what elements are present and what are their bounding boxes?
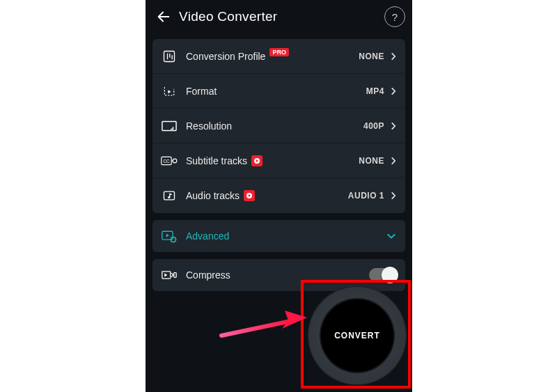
convert-button-container: CONVERT — [308, 286, 407, 385]
settings-list: Conversion Profile PRO NONE Format MP4 — [152, 39, 405, 213]
svg-point-14 — [168, 196, 170, 198]
pro-badge: PRO — [269, 48, 289, 56]
svg-rect-6 — [162, 121, 176, 130]
chevron-down-icon — [386, 230, 397, 242]
row-audio-tracks[interactable]: Audio tracks AUDIO 1 — [152, 178, 405, 213]
svg-text:CC: CC — [163, 159, 170, 164]
row-label: Compress — [186, 269, 369, 281]
svg-point-9 — [173, 159, 177, 163]
row-label: Subtitle tracks — [186, 155, 359, 166]
row-label: Audio tracks — [186, 190, 348, 201]
svg-marker-21 — [164, 273, 167, 276]
row-label: Resolution — [186, 120, 363, 132]
arrow-left-icon — [156, 9, 171, 24]
help-icon: ? — [392, 11, 398, 23]
format-icon — [161, 83, 178, 100]
row-label: Format — [186, 86, 366, 97]
convert-button-ring: CONVERT — [308, 286, 407, 385]
svg-rect-13 — [164, 191, 175, 200]
notification-badge-icon — [244, 190, 255, 201]
notification-badge-icon — [251, 155, 262, 166]
video-converter-screen: Video Converter ? Conversion Profile PRO… — [146, 0, 412, 392]
advanced-section: Advanced — [152, 220, 405, 252]
help-button[interactable]: ? — [384, 6, 405, 27]
compress-toggle[interactable] — [369, 268, 397, 282]
chevron-right-icon — [389, 156, 398, 166]
row-value: AUDIO 1 — [348, 191, 384, 201]
audio-icon — [161, 187, 178, 204]
resolution-icon — [161, 118, 178, 134]
chevron-right-icon — [389, 191, 398, 201]
row-format[interactable]: Format MP4 — [152, 74, 405, 109]
row-conversion-profile[interactable]: Conversion Profile PRO NONE — [152, 39, 405, 74]
row-value: 400P — [363, 121, 384, 131]
sliders-icon — [161, 48, 178, 65]
compress-icon — [161, 267, 178, 283]
svg-rect-1 — [164, 51, 175, 61]
row-label: Advanced — [186, 230, 386, 242]
back-button[interactable] — [150, 3, 178, 31]
row-label: Conversion Profile PRO — [186, 51, 359, 62]
page-title: Video Converter — [178, 9, 384, 24]
subtitle-icon: CC — [161, 152, 178, 169]
row-advanced[interactable]: Advanced — [152, 220, 405, 252]
svg-rect-22 — [174, 273, 176, 278]
svg-marker-18 — [166, 234, 169, 237]
row-resolution[interactable]: Resolution 400P — [152, 109, 405, 143]
convert-button[interactable]: CONVERT — [321, 299, 393, 372]
app-header: Video Converter ? — [146, 0, 412, 33]
row-value: NONE — [359, 156, 384, 166]
chevron-right-icon — [389, 86, 398, 96]
toggle-knob — [382, 267, 398, 283]
convert-button-label: CONVERT — [334, 331, 380, 340]
chevron-right-icon — [389, 52, 398, 61]
chevron-right-icon — [389, 121, 398, 131]
svg-marker-5 — [168, 90, 171, 93]
advanced-icon — [161, 228, 178, 244]
row-value: NONE — [359, 52, 384, 61]
row-value: MP4 — [366, 86, 384, 96]
row-subtitle-tracks[interactable]: CC Subtitle tracks NONE — [152, 143, 405, 178]
